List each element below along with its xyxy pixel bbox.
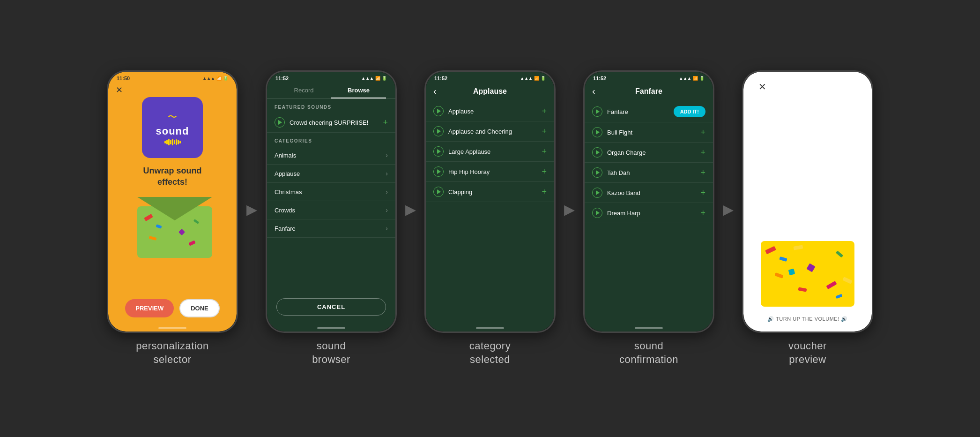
add-large-applause[interactable]: +: [542, 147, 547, 157]
play-organcharge[interactable]: [592, 147, 602, 158]
sound-row-dreamharp[interactable]: Dream Harp +: [585, 203, 713, 223]
play-applause-cheering[interactable]: [433, 126, 444, 136]
play-tahdah[interactable]: [592, 167, 602, 178]
play-bullfight[interactable]: [592, 127, 602, 137]
play-featured[interactable]: [275, 117, 285, 128]
sound-hiphip: Hip Hip Hooray: [448, 168, 542, 175]
sound-row-clapping[interactable]: Clapping +: [426, 182, 554, 202]
sound-bullfight: Bull Fight: [607, 129, 700, 136]
chevron-crowds: ›: [386, 206, 388, 214]
add-organcharge[interactable]: +: [700, 148, 705, 158]
category-crowds[interactable]: Crowds ›: [267, 201, 395, 219]
home-indicator-3: [476, 327, 504, 329]
done-button[interactable]: DONE: [179, 299, 220, 317]
envelope-area: [133, 192, 212, 258]
screen5-wrapper: ✕: [742, 70, 873, 366]
add-kazooband[interactable]: +: [700, 188, 705, 198]
sound-row-large-applause[interactable]: Large Applause +: [426, 142, 554, 162]
add-featured-button[interactable]: +: [383, 118, 388, 128]
play-large-applause[interactable]: [433, 146, 444, 157]
play-tri-f6: [596, 211, 600, 215]
wave-icon: 〜: [168, 111, 177, 123]
home-indicator-2: [317, 327, 345, 329]
add-tahdah[interactable]: +: [700, 168, 705, 178]
status-icons-4: ▲▲▲ 📶 🔋: [679, 76, 705, 81]
screen5: ✕: [743, 72, 872, 332]
unwrap-text: Unwrap soundeffects!: [143, 166, 202, 188]
back-button-3[interactable]: ‹: [433, 86, 445, 97]
screen2: 11:52 ▲▲▲ 📶 🔋 Record Browse FEATURED SOU…: [267, 72, 395, 332]
home-indicator-4: [635, 327, 663, 329]
screen4: 11:52 ▲▲▲ 📶 🔋 ‹ Fanfare: [585, 72, 713, 332]
add-applause-cheering[interactable]: +: [542, 127, 547, 136]
screen3-wrapper: 11:52 ▲▲▲ 📶 🔋 ‹ Applause: [424, 70, 556, 366]
time-3: 11:52: [434, 75, 447, 81]
chevron-animals: ›: [386, 151, 388, 159]
play-tri-5: [437, 189, 441, 194]
volume-icon-right: 🔊: [841, 316, 848, 322]
chevron-fanfare: ›: [386, 225, 388, 232]
play-tri-f5: [596, 190, 600, 195]
add-applause[interactable]: +: [542, 106, 547, 116]
chevron-applause: ›: [386, 170, 388, 177]
back-button-4[interactable]: ‹: [592, 86, 603, 97]
category-fanfare[interactable]: Fanfare ›: [267, 219, 395, 238]
sound-row-bullfight[interactable]: Bull Fight +: [585, 122, 713, 143]
phone-5: ✕: [742, 70, 873, 333]
play-tri-4: [437, 169, 441, 174]
sound-row-tahdah[interactable]: Tah Dah +: [585, 163, 713, 183]
tab-bar: Record Browse: [267, 83, 395, 99]
sound-large-applause: Large Applause: [448, 148, 542, 155]
category-christmas[interactable]: Christmas ›: [267, 183, 395, 201]
volume-text: 🔊 TURN UP THE VOLUME! 🔊: [743, 316, 872, 332]
play-hiphip[interactable]: [433, 166, 444, 177]
play-applause[interactable]: [433, 106, 444, 116]
status-icons-2: ▲▲▲ 📶 🔋: [361, 76, 387, 81]
sound-row-fanfare[interactable]: Fanfare ADD IT!: [585, 101, 713, 122]
sound-row-hiphip[interactable]: Hip Hip Hooray +: [426, 162, 554, 182]
category-animals[interactable]: Animals ›: [267, 146, 395, 165]
close-button-5[interactable]: ✕: [751, 80, 774, 92]
arrow-2: ▶: [405, 201, 416, 218]
add-dreamharp[interactable]: +: [700, 208, 705, 218]
play-kazooband[interactable]: [592, 188, 602, 198]
envelope-flap: [137, 197, 212, 220]
category-applause[interactable]: Applause ›: [267, 165, 395, 183]
featured-sound-name: Crowd cheering SURPRIISE!: [290, 119, 383, 126]
sound-row-applause-cheering[interactable]: Applause and Cheering +: [426, 121, 554, 142]
close-button[interactable]: ✕: [116, 85, 123, 95]
label-1: personalizationselector: [136, 339, 208, 366]
screen4-title: Fanfare: [603, 87, 694, 96]
phone-1: 11:50 ▲▲▲ 📶 🔋 ✕ 〜 sound: [107, 70, 238, 333]
play-clapping[interactable]: [433, 187, 444, 197]
sound-row-kazooband[interactable]: Kazoo Band +: [585, 183, 713, 203]
sound-organcharge: Organ Charge: [607, 149, 700, 156]
signal-icon: ▲▲▲: [202, 76, 215, 81]
status-bar-1: 11:50 ▲▲▲ 📶 🔋: [108, 72, 237, 83]
preview-button[interactable]: PREVIEW: [125, 299, 174, 317]
sound-dreamharp: Dream Harp: [607, 210, 700, 217]
play-fanfare[interactable]: [592, 106, 602, 117]
tab-browse[interactable]: Browse: [331, 83, 386, 98]
status-icons-1: ▲▲▲ 📶 🔋: [202, 76, 228, 81]
add-bullfight[interactable]: +: [700, 128, 705, 137]
play-dreamharp[interactable]: [592, 208, 602, 218]
label-2: soundbrowser: [312, 339, 350, 366]
category-fanfare-name: Fanfare: [275, 225, 386, 232]
sound-row-applause[interactable]: Applause +: [426, 101, 554, 121]
add-hiphip[interactable]: +: [542, 167, 547, 177]
category-applause-name: Applause: [275, 170, 386, 177]
add-clapping[interactable]: +: [542, 187, 547, 197]
featured-sound-row[interactable]: Crowd cheering SURPRIISE! +: [267, 113, 395, 133]
arrow-4: ▶: [723, 201, 734, 218]
screen1-wrapper: 11:50 ▲▲▲ 📶 🔋 ✕ 〜 sound: [107, 70, 238, 366]
tab-record[interactable]: Record: [276, 83, 331, 98]
featured-label: FEATURED SOUNDS: [267, 99, 395, 113]
play-tri-1: [437, 109, 441, 113]
sound-row-organcharge[interactable]: Organ Charge +: [585, 143, 713, 163]
status-bar-2: 11:52 ▲▲▲ 📶 🔋: [267, 72, 395, 83]
status-bar-5: [743, 72, 872, 77]
home-indicator-5: [794, 327, 822, 329]
cancel-button[interactable]: CANCEL: [276, 298, 386, 316]
add-it-button[interactable]: ADD IT!: [674, 106, 705, 117]
